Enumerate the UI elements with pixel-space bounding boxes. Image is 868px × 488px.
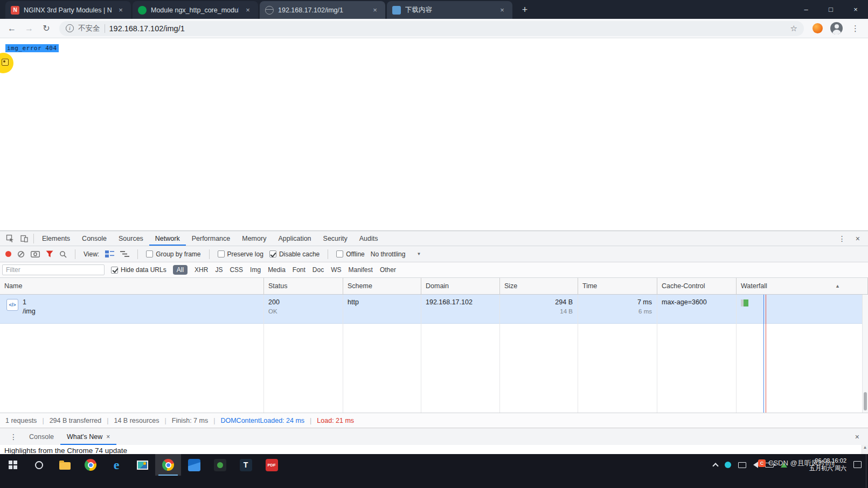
pdf-app-button[interactable]: PDF — [259, 454, 284, 476]
hide-data-urls-checkbox[interactable]: Hide data URLs — [111, 266, 166, 274]
maximize-button[interactable]: □ — [818, 0, 843, 19]
filter-type-ws[interactable]: WS — [331, 266, 341, 274]
preserve-log-checkbox[interactable]: Preserve log — [218, 250, 263, 258]
tab-audits[interactable]: Audits — [353, 231, 384, 246]
address-bar[interactable]: i 不安全 192.168.17.102/img/1 ☆ — [59, 21, 804, 36]
drawer-tab-console[interactable]: Console — [23, 428, 60, 445]
view-large-rows-icon[interactable] — [105, 250, 114, 257]
group-by-frame-checkbox[interactable]: Group by frame — [146, 250, 200, 258]
drawer-scroll-up-icon[interactable]: ▲ — [862, 445, 868, 455]
browser-tab-ngx-http-core[interactable]: Module ngx_http_core_modul × — [133, 1, 258, 19]
chrome-pinned-button[interactable] — [78, 454, 103, 476]
drawer-tab-close-icon[interactable]: × — [106, 433, 110, 441]
bookmark-star-icon[interactable]: ☆ — [790, 24, 797, 33]
column-status[interactable]: Status — [264, 278, 343, 294]
column-domain[interactable]: Domain — [421, 278, 500, 294]
back-button[interactable]: ← — [4, 21, 19, 36]
filter-type-font[interactable]: Font — [293, 266, 305, 274]
photos-button[interactable] — [129, 454, 155, 476]
checkbox-unchecked-icon[interactable] — [336, 250, 343, 257]
minimize-button[interactable]: – — [794, 0, 818, 19]
throttling-value[interactable]: No throttling — [371, 250, 406, 258]
view-overview-icon[interactable] — [120, 250, 129, 257]
reload-button[interactable]: ↻ — [39, 21, 54, 36]
forward-button[interactable]: → — [22, 21, 37, 36]
drawer-menu-icon[interactable]: ⋮ — [4, 433, 23, 441]
browser-tab-active-img[interactable]: 192.168.17.102/img/1 × — [260, 1, 385, 19]
page-info-icon[interactable]: i — [66, 24, 74, 32]
browser-tab-nginx-modules[interactable]: N NGINX 3rd Party Modules | N × — [5, 1, 131, 19]
profile-avatar[interactable] — [830, 22, 843, 34]
tab-memory[interactable]: Memory — [236, 231, 272, 246]
browser-tab-downloads[interactable]: 下载内容 × — [387, 1, 512, 19]
filter-type-doc[interactable]: Doc — [313, 266, 324, 274]
checkbox-checked-icon[interactable] — [111, 267, 118, 274]
tab-close-icon[interactable]: × — [370, 5, 380, 15]
clear-log-icon[interactable] — [17, 250, 25, 258]
checkbox-label[interactable]: Disable cache — [279, 250, 320, 258]
tab-close-icon[interactable]: × — [243, 5, 253, 15]
display-tray-icon[interactable] — [738, 462, 746, 468]
screen-recorder-button[interactable] — [207, 454, 233, 476]
url-text[interactable]: 192.168.17.102/img/1 — [109, 24, 185, 33]
devtools-menu-icon[interactable]: ⋮ — [835, 234, 850, 243]
window-close-button[interactable]: × — [843, 0, 868, 19]
column-time[interactable]: Time — [578, 278, 657, 294]
request-row-img[interactable]: </> 1 /img 200 OK http 192.168.17.102 29… — [0, 295, 862, 324]
search-icon[interactable] — [59, 250, 67, 258]
checkbox-unchecked-icon[interactable] — [146, 250, 153, 257]
column-name[interactable]: Name — [0, 278, 264, 294]
filter-type-media[interactable]: Media — [268, 266, 286, 274]
blue-app-button[interactable] — [181, 454, 207, 476]
scrollbar-thumb[interactable] — [864, 392, 867, 410]
checkbox-checked-icon[interactable] — [269, 250, 276, 257]
drawer-close-icon[interactable]: × — [855, 433, 868, 441]
inspect-element-icon[interactable] — [3, 232, 17, 246]
filter-type-css[interactable]: CSS — [230, 266, 243, 274]
checkbox-label[interactable]: Offline — [346, 250, 364, 258]
search-button[interactable] — [26, 454, 52, 476]
checkbox-label[interactable]: Hide data URLs — [121, 266, 166, 274]
checkbox-unchecked-icon[interactable] — [218, 250, 225, 257]
throttling-select[interactable]: No throttling ▼ — [371, 250, 421, 258]
tab-sources[interactable]: Sources — [113, 231, 149, 246]
column-waterfall[interactable]: Waterfall — [737, 278, 868, 294]
filter-type-js[interactable]: JS — [215, 266, 223, 274]
typora-button[interactable]: T — [233, 454, 259, 476]
hidden-icons-chevron-icon[interactable] — [712, 463, 718, 469]
sort-asc-icon[interactable]: ▲ — [835, 283, 840, 289]
column-size[interactable]: Size — [500, 278, 578, 294]
checkbox-label[interactable]: Preserve log — [227, 250, 263, 258]
column-scheme[interactable]: Scheme — [343, 278, 421, 294]
offline-checkbox[interactable]: Offline — [336, 250, 364, 258]
extension-icon[interactable] — [813, 23, 823, 33]
table-scrollbar[interactable] — [862, 295, 868, 413]
show-desktop-button[interactable] — [866, 454, 868, 488]
tab-close-icon[interactable]: × — [116, 5, 126, 15]
browser-menu-icon[interactable]: ⋮ — [847, 24, 864, 33]
file-explorer-button[interactable] — [52, 454, 78, 476]
new-tab-button[interactable]: + — [517, 2, 532, 17]
filter-type-all[interactable]: All — [173, 265, 188, 275]
edge-button[interactable]: e — [103, 454, 129, 476]
drawer-tab-whats-new[interactable]: What's New × — [60, 428, 116, 445]
filter-type-img[interactable]: Img — [250, 266, 261, 274]
filter-icon[interactable] — [46, 250, 53, 257]
tab-close-icon[interactable]: × — [497, 5, 507, 15]
tray-app-icon[interactable] — [725, 462, 731, 468]
tab-elements[interactable]: Elements — [36, 231, 76, 246]
column-cache-control[interactable]: Cache-Control — [657, 278, 737, 294]
security-label[interactable]: 不安全 — [78, 24, 100, 33]
start-button[interactable] — [0, 454, 26, 476]
filter-type-xhr[interactable]: XHR — [195, 266, 208, 274]
volume-icon[interactable] — [753, 462, 758, 468]
filter-type-other[interactable]: Other — [380, 266, 396, 274]
tab-console[interactable]: Console — [76, 231, 113, 246]
device-toolbar-icon[interactable] — [17, 232, 31, 246]
capture-screenshots-icon[interactable] — [31, 250, 40, 257]
disable-cache-checkbox[interactable]: Disable cache — [269, 250, 320, 258]
tab-network[interactable]: Network — [149, 231, 186, 246]
tab-application[interactable]: Application — [272, 231, 317, 246]
tab-performance[interactable]: Performance — [186, 231, 237, 246]
filter-input[interactable] — [2, 264, 105, 275]
